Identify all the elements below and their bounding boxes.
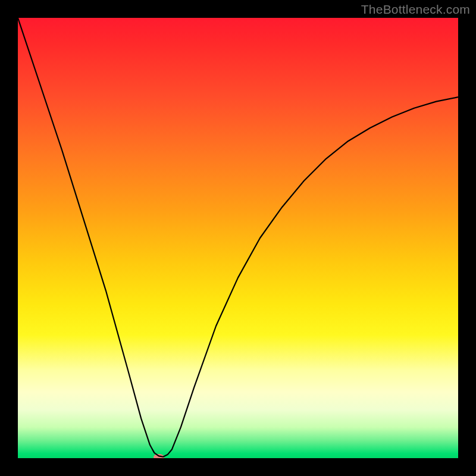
- curve-svg: [18, 18, 458, 458]
- chart-frame: TheBottleneck.com: [0, 0, 476, 476]
- plot-area: [18, 18, 458, 458]
- bottleneck-curve: [18, 18, 458, 457]
- watermark-text: TheBottleneck.com: [361, 2, 470, 17]
